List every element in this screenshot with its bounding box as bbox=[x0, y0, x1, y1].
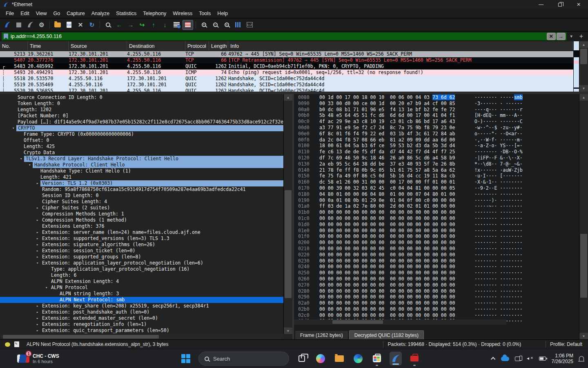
hex-row-01e0[interactable]: 01e000 00 00 00 00 00 00 00 00 00 00 00 … bbox=[294, 228, 578, 234]
battery-icon[interactable] bbox=[539, 357, 546, 361]
expand-icon[interactable]: ▸ bbox=[36, 229, 38, 236]
task-view-button[interactable] bbox=[296, 350, 308, 367]
packet-row-5520[interactable]: 552020.536855172.30.101.2014.255.50.116Q… bbox=[0, 88, 573, 92]
hex-row-0200[interactable]: 020000 00 00 00 00 00 00 00 00 00 00 00 … bbox=[294, 240, 578, 246]
toolbox-button[interactable] bbox=[408, 350, 421, 367]
hex-row-0100[interactable]: 010018 00 61 04 5a b3 6f ce 59 53 b2 d3 … bbox=[294, 143, 578, 149]
volume-muted-icon[interactable] bbox=[527, 356, 533, 361]
column-numbers-icon[interactable]: 1:2 bbox=[244, 20, 255, 30]
collapse-icon[interactable]: ▾ bbox=[20, 156, 22, 162]
autoscroll-icon[interactable] bbox=[183, 20, 193, 30]
open-file-icon[interactable] bbox=[52, 20, 63, 30]
detail-row[interactable]: ▸Extension: session_ticket (len=0) bbox=[0, 248, 288, 254]
menu-tools[interactable]: Tools bbox=[196, 11, 214, 16]
find-packet-icon[interactable] bbox=[102, 20, 113, 30]
detail-row[interactable]: ▸Extension: server_name (len=24) name=fi… bbox=[0, 229, 288, 236]
detail-row[interactable]: ▸Extension: renegotiation_info (len=1) bbox=[0, 321, 288, 328]
column-header-no[interactable]: No. bbox=[0, 41, 28, 51]
hex-row-01b0[interactable]: 01b000 00 00 00 00 00 00 00 00 00 00 00 … bbox=[294, 209, 578, 215]
filter-bookmark-icon[interactable] bbox=[4, 34, 8, 39]
detail-row[interactable]: ▾TLSv1.3 Record Layer: Handshake Protoco… bbox=[0, 156, 288, 162]
expand-icon[interactable]: ▸ bbox=[36, 303, 38, 309]
packet-row-5483[interactable]: 548320.485992172.30.101.2014.255.50.116Q… bbox=[0, 63, 573, 70]
restore-button[interactable] bbox=[550, 0, 569, 9]
expand-icon[interactable]: ▸ bbox=[36, 309, 38, 315]
hex-row-02a0[interactable]: 02a000 00 00 00 00 00 00 00 00 00 00 00 … bbox=[294, 300, 578, 306]
capture-options-icon[interactable]: ⚙ bbox=[36, 20, 47, 30]
detail-row[interactable]: Cipher Suites Length: 4 bbox=[0, 199, 288, 205]
hex-row-0120[interactable]: 0120df 7c 69 46 50 9c 18 46 26 a0 86 5c … bbox=[294, 155, 578, 161]
zoom-out-icon[interactable]: − bbox=[210, 20, 220, 30]
detail-row[interactable]: Session ID Length: 0 bbox=[0, 193, 288, 199]
packet-row-5519[interactable]: 551920.5354694.255.50.116172.30.101.201Q… bbox=[0, 82, 573, 88]
menu-analyze[interactable]: Analyze bbox=[88, 11, 113, 16]
expand-icon[interactable]: ▸ bbox=[36, 315, 38, 321]
menu-capture[interactable]: Capture bbox=[63, 11, 88, 16]
hex-row-0180[interactable]: 018004 80 01 00 00 06 04 80 01 00 00 07 … bbox=[294, 191, 578, 197]
column-header-time[interactable]: Time bbox=[28, 41, 69, 51]
hex-row-0290[interactable]: 029000 00 00 00 00 00 00 00 00 00 00 00 … bbox=[294, 294, 578, 300]
tray-expand-icon[interactable] bbox=[491, 357, 495, 361]
hex-row-01c0[interactable]: 01c000 00 00 00 00 00 00 00 00 00 00 00 … bbox=[294, 215, 578, 222]
filter-add-button[interactable]: + bbox=[576, 33, 586, 40]
details-vscrollbar[interactable]: ▲ ▼ bbox=[283, 94, 292, 334]
column-header-destination[interactable]: Destination bbox=[127, 41, 185, 51]
packet-row-5518[interactable]: 551820.5335704.255.50.116172.30.101.201Q… bbox=[0, 76, 573, 82]
go-to-packet-icon[interactable]: ↪ bbox=[137, 20, 147, 30]
detail-row[interactable]: ALPN string length: 3 bbox=[0, 291, 288, 297]
hex-hscrollbar[interactable] bbox=[294, 319, 506, 325]
hex-row-01f0[interactable]: 01f000 00 00 00 00 00 00 00 00 00 00 00 … bbox=[294, 233, 578, 240]
detail-row[interactable]: ▾Handshake Protocol: Client Hello bbox=[0, 162, 288, 168]
zoom-in-icon[interactable]: + bbox=[198, 20, 209, 30]
collapse-icon[interactable]: ▾ bbox=[12, 125, 14, 131]
detail-row[interactable]: ▸Extension: signature_algorithms (len=26… bbox=[0, 242, 288, 248]
detail-row[interactable]: Compression Methods Length: 1 bbox=[0, 211, 288, 217]
hex-row-0260[interactable]: 026000 00 00 00 00 00 00 00 00 00 00 00 … bbox=[294, 276, 578, 282]
go-back-icon[interactable]: ← bbox=[114, 20, 125, 30]
detail-row[interactable]: ▸Cipher Suites (2 suites) bbox=[0, 205, 288, 211]
hex-row-0170[interactable]: 017000 00 39 00 32 03 02 45 c0 04 04 81 … bbox=[294, 185, 578, 191]
detail-row[interactable]: Offset: 0 bbox=[0, 137, 288, 144]
colorize-icon[interactable] bbox=[171, 20, 182, 30]
detail-row[interactable]: ▾Extension: application_layer_protocol_n… bbox=[0, 260, 288, 266]
hex-row-0160[interactable]: 0160dc 58 e1 26 00 31 00 00 00 17 00 00 … bbox=[294, 179, 578, 185]
column-header-protocol[interactable]: Protocol bbox=[185, 41, 209, 51]
detail-row[interactable]: ▸Extension: quic_transport_parameters (l… bbox=[0, 328, 288, 334]
collapse-icon[interactable]: ▾ bbox=[45, 285, 47, 291]
onedrive-icon[interactable] bbox=[501, 357, 509, 361]
detail-row[interactable]: ▸Extension: key_share (len=208) x25519, … bbox=[0, 303, 288, 309]
detail-row[interactable]: ▸Compression Methods (1 method) bbox=[0, 217, 288, 223]
hex-row-0150[interactable]: 0150fe 75 fa 49 0f 86 c5 0d 5b 16 d4 cc … bbox=[294, 173, 578, 179]
file-explorer-button[interactable] bbox=[333, 350, 345, 367]
capture-comment-icon[interactable] bbox=[14, 341, 19, 347]
detail-row[interactable]: ▸Extension: post_handshake_auth (len=0) bbox=[0, 309, 288, 315]
detail-row[interactable]: ▸Extension: extended_master_secret (len=… bbox=[0, 315, 288, 321]
expand-icon[interactable]: ▸ bbox=[36, 180, 38, 186]
notifications-icon[interactable] bbox=[579, 356, 584, 361]
last-packet-icon[interactable]: ↓ bbox=[160, 20, 170, 30]
column-header-length[interactable]: Length bbox=[209, 41, 228, 51]
go-forward-icon[interactable]: → bbox=[125, 20, 136, 30]
detail-row[interactable]: Length: 1202 bbox=[0, 107, 288, 113]
first-packet-icon[interactable]: ↑ bbox=[148, 20, 159, 30]
detail-row[interactable]: Handshake Type: Client Hello (1) bbox=[0, 168, 288, 174]
expand-icon[interactable]: ▸ bbox=[36, 242, 38, 248]
hex-row-00b0[interactable]: 00b05b 48 e5 64 45 51 fc d6 6d 6d 00 17 … bbox=[294, 112, 578, 119]
hex-row-0130[interactable]: 01302a eb 95 5c 64 38 dd be 37 e3 40 93 … bbox=[294, 161, 578, 167]
taskbar-search[interactable]: Search bbox=[198, 352, 289, 366]
detail-row[interactable]: Type: application_layer_protocol_negotia… bbox=[0, 266, 288, 272]
filter-dropdown-icon[interactable]: ▼ bbox=[568, 34, 575, 38]
expand-icon[interactable]: ▸ bbox=[36, 248, 38, 254]
collapse-icon[interactable]: ▾ bbox=[29, 162, 31, 168]
detail-row[interactable]: Token Length: 0 bbox=[0, 101, 288, 107]
restart-capture-icon[interactable] bbox=[25, 20, 36, 30]
hex-row-00d0[interactable]: 00d0a3 77 91 e9 5e f2 c7 24 8c 7a 75 9b … bbox=[294, 125, 578, 131]
detail-row[interactable]: ▾ALPN Protocol bbox=[0, 285, 288, 291]
packet-row-5407[interactable]: 540720.377276172.30.101.2014.255.50.116T… bbox=[0, 57, 573, 63]
hex-row-0240[interactable]: 024000 00 00 00 00 00 00 00 00 00 00 00 … bbox=[294, 264, 578, 270]
hex-row-0210[interactable]: 021000 00 00 00 00 00 00 00 00 00 00 00 … bbox=[294, 246, 578, 252]
detail-row[interactable]: Source Connection ID Length: 0 bbox=[0, 94, 288, 101]
menu-go[interactable]: Go bbox=[50, 11, 64, 16]
packet-row-5493[interactable]: 549320.494291172.30.101.2014.255.50.116I… bbox=[0, 70, 573, 76]
wireshark-taskbar-button[interactable] bbox=[390, 352, 402, 366]
